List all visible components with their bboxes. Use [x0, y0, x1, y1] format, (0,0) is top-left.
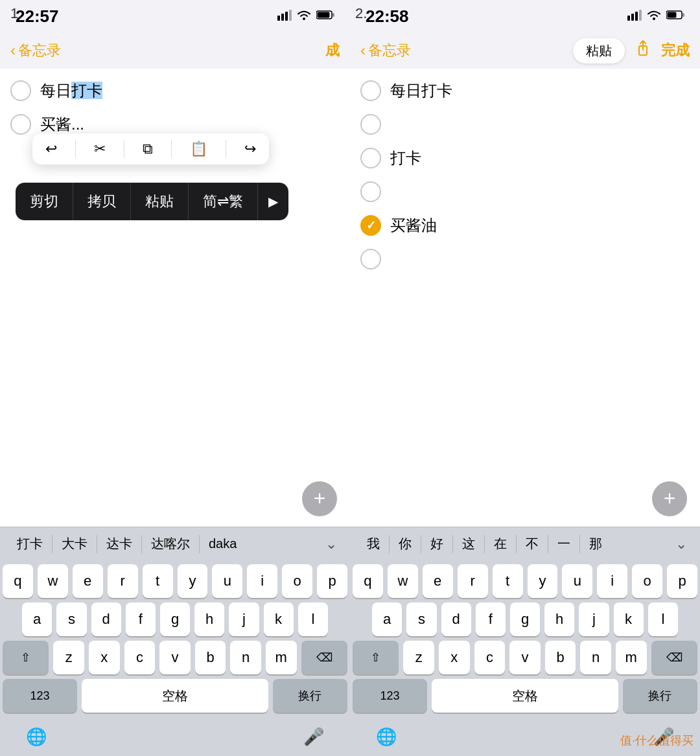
key-s-2[interactable]: s [406, 602, 436, 636]
key-i-2[interactable]: i [597, 564, 627, 598]
paste-button-toolbar[interactable]: 📋 [190, 141, 207, 157]
ctx-copy[interactable]: 拷贝 [73, 183, 131, 220]
key-space-2[interactable]: 空格 [432, 679, 618, 713]
key-shift-1[interactable]: ⇧ [3, 641, 49, 674]
key-u-1[interactable]: u [212, 564, 242, 598]
key-l-1[interactable]: l [298, 602, 328, 636]
key-shift-2[interactable]: ⇧ [353, 641, 399, 674]
suggestion-p2-8[interactable]: 那 [580, 535, 611, 553]
key-return-2[interactable]: 换行 [623, 679, 697, 713]
globe-icon-1[interactable]: 🌐 [26, 727, 47, 747]
key-num-1[interactable]: 123 [3, 679, 77, 713]
key-g-2[interactable]: g [510, 602, 540, 636]
key-v-2[interactable]: v [509, 641, 541, 674]
key-delete-2[interactable]: ⌫ [651, 641, 697, 674]
key-k-2[interactable]: k [614, 602, 644, 636]
suggestion-5[interactable]: daka [200, 536, 246, 551]
ctx-paste[interactable]: 粘贴 [131, 183, 189, 220]
check-circle-p2-6[interactable] [360, 249, 381, 269]
key-f-1[interactable]: f [126, 602, 156, 636]
suggestion-4[interactable]: 达喀尔 [142, 535, 199, 553]
key-y-2[interactable]: y [528, 564, 558, 598]
suggestion-2[interactable]: 大卡 [52, 535, 97, 553]
check-circle-p2-3[interactable] [360, 148, 381, 168]
key-r-1[interactable]: r [108, 564, 138, 598]
key-v-1[interactable]: v [159, 641, 191, 674]
key-a-1[interactable]: a [22, 602, 52, 636]
suggestion-p2-2[interactable]: 你 [390, 535, 421, 553]
key-l-2[interactable]: l [648, 602, 678, 636]
key-t-2[interactable]: t [493, 564, 523, 598]
suggestion-p2-5[interactable]: 在 [485, 535, 516, 553]
check-circle-p2-2[interactable] [360, 114, 381, 135]
key-w-1[interactable]: w [38, 564, 68, 598]
key-n-1[interactable]: n [230, 641, 261, 674]
key-s-1[interactable]: s [56, 602, 86, 636]
ctx-more[interactable]: ▶ [258, 185, 288, 218]
key-r-2[interactable]: r [458, 564, 488, 598]
key-q-1[interactable]: q [3, 564, 33, 598]
nav-back-1[interactable]: ‹ 备忘录 [10, 41, 61, 60]
key-k-1[interactable]: k [264, 602, 294, 636]
ctx-convert[interactable]: 简⇌繁 [189, 183, 258, 220]
key-b-2[interactable]: b [545, 641, 576, 674]
key-space-1[interactable]: 空格 [82, 679, 268, 713]
key-num-2[interactable]: 123 [353, 679, 427, 713]
key-w-2[interactable]: w [388, 564, 418, 598]
nav-done-2[interactable]: 完成 [661, 41, 690, 60]
check-circle-p2-5[interactable] [360, 215, 381, 236]
suggestion-p2-1[interactable]: 我 [358, 535, 389, 553]
key-o-1[interactable]: o [282, 564, 312, 598]
check-circle-2[interactable] [10, 114, 31, 135]
key-j-2[interactable]: j [579, 602, 609, 636]
key-y-1[interactable]: y [178, 564, 208, 598]
key-m-1[interactable]: m [266, 641, 297, 674]
key-e-2[interactable]: e [423, 564, 453, 598]
key-u-2[interactable]: u [562, 564, 592, 598]
key-a-2[interactable]: a [372, 602, 402, 636]
key-c-1[interactable]: c [124, 641, 156, 674]
key-x-1[interactable]: x [89, 641, 120, 674]
fab-button-2[interactable]: + [652, 481, 687, 516]
key-m-2[interactable]: m [616, 641, 647, 674]
key-g-1[interactable]: g [160, 602, 190, 636]
ctx-cut[interactable]: 剪切 [16, 183, 73, 220]
key-q-2[interactable]: q [353, 564, 383, 598]
key-t-1[interactable]: t [143, 564, 173, 598]
key-e-1[interactable]: e [73, 564, 103, 598]
suggestions-collapse-1[interactable]: ⌄ [320, 536, 342, 553]
check-circle-p2-4[interactable] [360, 181, 381, 202]
key-d-1[interactable]: d [91, 602, 121, 636]
key-delete-1[interactable]: ⌫ [301, 641, 347, 674]
copy-button[interactable]: ⧉ [143, 141, 153, 157]
suggestions-collapse-2[interactable]: ⌄ [670, 536, 692, 553]
nav-back-2[interactable]: ‹ 备忘录 [360, 41, 411, 60]
suggestion-p2-6[interactable]: 不 [517, 535, 548, 553]
key-return-1[interactable]: 换行 [273, 679, 347, 713]
key-d-2[interactable]: d [441, 602, 471, 636]
check-circle-p2-1[interactable] [360, 80, 381, 101]
key-x-2[interactable]: x [439, 641, 470, 674]
key-o-2[interactable]: o [632, 564, 662, 598]
suggestion-p2-7[interactable]: 一 [548, 535, 579, 553]
undo-button[interactable]: ↩ [45, 141, 57, 157]
cut-button[interactable]: ✂ [94, 141, 106, 157]
check-circle-1[interactable] [10, 80, 31, 101]
key-z-1[interactable]: z [53, 641, 84, 674]
key-f-2[interactable]: f [476, 602, 506, 636]
mic-icon-1[interactable]: 🎤 [303, 727, 324, 747]
nav-share-icon[interactable] [635, 40, 651, 62]
key-p-2[interactable]: p [667, 564, 697, 598]
fab-button-1[interactable]: + [302, 481, 337, 516]
key-h-2[interactable]: h [544, 602, 574, 636]
key-i-1[interactable]: i [247, 564, 277, 598]
key-c-2[interactable]: c [474, 641, 506, 674]
notes-content-2[interactable]: 每日打卡 打卡 买酱油 [350, 69, 700, 527]
nav-paste-button[interactable]: 粘贴 [573, 38, 625, 63]
key-z-2[interactable]: z [403, 641, 434, 674]
globe-icon-2[interactable]: 🌐 [376, 727, 397, 747]
suggestion-p2-4[interactable]: 这 [453, 535, 484, 553]
key-p-1[interactable]: p [317, 564, 347, 598]
key-h-1[interactable]: h [194, 602, 224, 636]
suggestion-3[interactable]: 达卡 [97, 535, 141, 553]
